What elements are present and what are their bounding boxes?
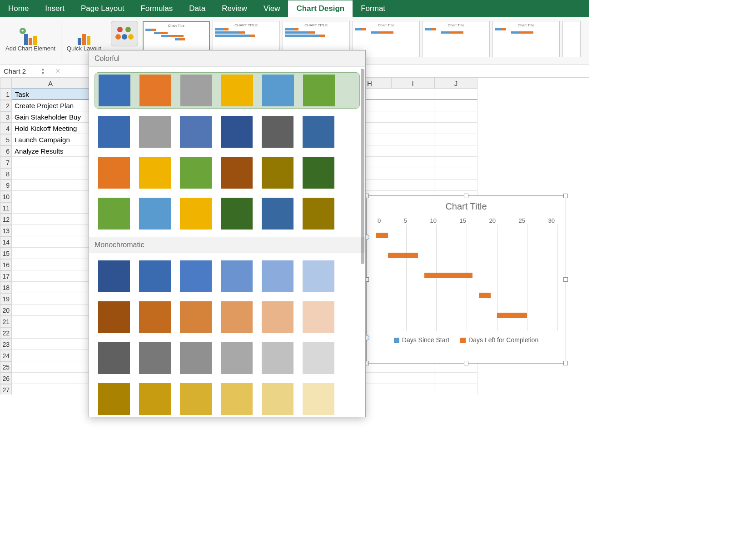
cell[interactable] <box>12 191 89 202</box>
chart-resize-handle[interactable] <box>464 361 468 365</box>
cell[interactable] <box>391 89 434 100</box>
row-header[interactable]: 17 <box>0 270 12 282</box>
color-scheme-row[interactable] <box>94 299 360 335</box>
color-scheme-row[interactable] <box>94 196 360 231</box>
cell[interactable] <box>12 214 89 225</box>
legend-item-2[interactable]: Days Left for Completion <box>460 336 538 344</box>
row-header[interactable]: 6 <box>0 145 12 157</box>
cell[interactable] <box>12 282 89 293</box>
select-all-corner[interactable] <box>0 78 12 89</box>
cell[interactable] <box>391 157 434 168</box>
cell[interactable] <box>434 157 477 168</box>
chart-plot-area[interactable]: 051015202530 <box>376 217 557 331</box>
chart-title[interactable]: Chart Title <box>367 196 566 217</box>
cell[interactable] <box>434 145 477 157</box>
column-header[interactable]: I <box>391 78 434 89</box>
cell[interactable] <box>391 100 434 111</box>
cell[interactable] <box>434 100 477 111</box>
column-header[interactable]: J <box>434 78 477 89</box>
row-header[interactable]: 3 <box>0 111 12 123</box>
chart-resize-handle[interactable] <box>464 194 468 198</box>
row-header[interactable]: 25 <box>0 361 12 373</box>
row-header[interactable]: 24 <box>0 350 12 361</box>
cell[interactable] <box>12 270 89 282</box>
cell[interactable] <box>12 384 89 394</box>
tab-view[interactable]: View <box>255 0 288 17</box>
cell[interactable] <box>434 180 477 191</box>
row-header[interactable]: 7 <box>0 157 12 168</box>
spinner-down-icon[interactable]: ▼ <box>41 71 49 75</box>
row-header[interactable]: 19 <box>0 293 12 304</box>
column-header[interactable]: A <box>12 78 89 89</box>
tab-insert[interactable]: Insert <box>37 0 73 17</box>
cell[interactable] <box>434 168 477 180</box>
row-header[interactable]: 27 <box>0 384 12 394</box>
chart-resize-handle[interactable] <box>563 277 568 282</box>
row-header[interactable]: 22 <box>0 327 12 339</box>
row-header[interactable]: 2 <box>0 100 12 111</box>
color-scheme-row[interactable] <box>94 114 360 150</box>
cell[interactable] <box>12 236 89 248</box>
cell[interactable] <box>12 316 89 327</box>
cell[interactable] <box>12 293 89 304</box>
cell[interactable]: Gain Stakeholder Buy <box>12 111 89 123</box>
cell[interactable] <box>391 134 434 145</box>
tab-format[interactable]: Format <box>353 0 393 17</box>
cell[interactable] <box>12 259 89 270</box>
cell[interactable] <box>434 89 477 100</box>
row-header[interactable]: 13 <box>0 225 12 236</box>
chart-bar[interactable] <box>424 273 473 278</box>
cell[interactable] <box>434 123 477 134</box>
embedded-chart[interactable]: Chart Title 051015202530 Days Since Star… <box>366 195 566 364</box>
color-scheme-row[interactable] <box>94 381 360 394</box>
color-scheme-row[interactable] <box>94 155 360 190</box>
cell[interactable] <box>12 304 89 316</box>
cell[interactable] <box>391 145 434 157</box>
row-header[interactable]: 20 <box>0 304 12 316</box>
cell[interactable] <box>12 350 89 361</box>
cell[interactable] <box>391 111 434 123</box>
cell[interactable]: Hold Kickoff Meeting <box>12 123 89 134</box>
chart-style-6[interactable]: Chart Title <box>492 21 560 57</box>
cell[interactable] <box>12 168 89 180</box>
row-header[interactable]: 9 <box>0 180 12 191</box>
chart-resize-handle[interactable] <box>563 194 568 198</box>
chart-style-5[interactable]: Chart Title <box>423 21 490 57</box>
row-header[interactable]: 15 <box>0 248 12 259</box>
cell[interactable] <box>12 225 89 236</box>
cell[interactable] <box>391 180 434 191</box>
row-header[interactable]: 1 <box>0 89 12 100</box>
name-box[interactable]: Chart 2 <box>0 66 41 76</box>
chart-bar[interactable] <box>497 313 527 318</box>
cell[interactable] <box>12 157 89 168</box>
chart-bar[interactable] <box>479 293 491 298</box>
cell[interactable] <box>12 248 89 259</box>
row-header[interactable]: 11 <box>0 202 12 214</box>
row-header[interactable]: 26 <box>0 373 12 384</box>
cell[interactable] <box>434 384 477 394</box>
chart-style-7[interactable] <box>562 21 581 57</box>
cell[interactable] <box>12 327 89 339</box>
row-header[interactable]: 10 <box>0 191 12 202</box>
row-header[interactable]: 23 <box>0 339 12 350</box>
cell[interactable] <box>12 373 89 384</box>
cell[interactable] <box>434 373 477 384</box>
chart-legend[interactable]: Days Since Start Days Left for Completio… <box>367 331 566 349</box>
cell[interactable]: Launch Campaign <box>12 134 89 145</box>
cell[interactable] <box>12 339 89 350</box>
cell[interactable] <box>12 361 89 373</box>
row-header[interactable]: 8 <box>0 168 12 180</box>
cancel-formula-icon[interactable]: × <box>49 66 67 76</box>
cell[interactable] <box>391 123 434 134</box>
cell[interactable] <box>434 111 477 123</box>
cell[interactable] <box>12 180 89 191</box>
tab-review[interactable]: Review <box>214 0 255 17</box>
chart-resize-handle[interactable] <box>563 361 568 365</box>
tab-data[interactable]: Data <box>181 0 214 17</box>
row-header[interactable]: 21 <box>0 316 12 327</box>
cell[interactable] <box>434 134 477 145</box>
tab-formulas[interactable]: Formulas <box>132 0 181 17</box>
row-header[interactable]: 12 <box>0 214 12 225</box>
cell[interactable]: Analyze Results <box>12 145 89 157</box>
tab-chart-design[interactable]: Chart Design <box>288 0 353 17</box>
